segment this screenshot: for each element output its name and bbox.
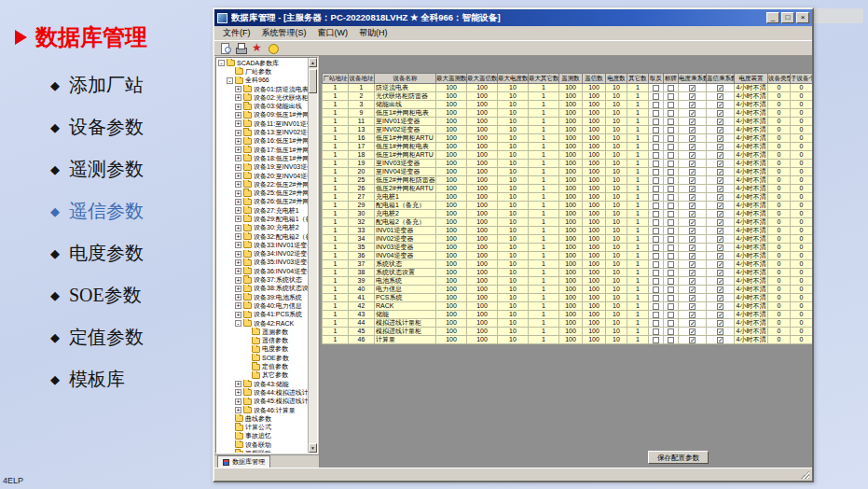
checkbox-cell[interactable]	[649, 269, 664, 277]
checkbox-cell[interactable]	[664, 185, 679, 193]
value-cell[interactable]: 100	[583, 277, 606, 286]
checkbox-cell[interactable]	[649, 202, 664, 210]
value-cell[interactable]: 38	[349, 269, 375, 277]
checked-checkbox[interactable]: ✓	[689, 236, 696, 243]
value-cell[interactable]: 100	[436, 227, 467, 235]
value-cell[interactable]: 10	[606, 176, 627, 185]
value-cell[interactable]: 100	[436, 311, 467, 319]
column-header-5[interactable]: 最大电度数	[498, 74, 529, 84]
collapse-icon[interactable]: -	[227, 77, 233, 84]
checked-checkbox[interactable]: ✓	[689, 228, 696, 234]
checked-checkbox[interactable]: ✓	[689, 278, 696, 285]
value-cell[interactable]: 16	[349, 134, 375, 143]
value-cell[interactable]: 10	[498, 118, 529, 126]
value-cell[interactable]: 0	[791, 168, 813, 176]
device-name-cell[interactable]: 低压2#并网柜防雷器	[375, 176, 436, 185]
value-cell[interactable]: 1	[529, 118, 559, 126]
checked-checkbox[interactable]: ✓	[689, 337, 696, 343]
tree-item[interactable]: +设备17:低压1#并网柜电表	[216, 146, 308, 154]
value-cell[interactable]: 100	[583, 143, 606, 151]
value-cell[interactable]: 100	[467, 151, 498, 160]
value-cell[interactable]: 0	[768, 336, 791, 344]
value-cell[interactable]: 1	[627, 118, 649, 126]
value-cell[interactable]: 100	[436, 126, 467, 134]
column-header-14[interactable]: 遥信乘系数	[707, 74, 735, 84]
checked-checkbox[interactable]: ✓	[717, 320, 723, 327]
value-cell[interactable]: 100	[436, 218, 467, 227]
value-cell[interactable]: 1	[323, 168, 349, 176]
value-cell[interactable]: 10	[498, 160, 529, 168]
value-cell[interactable]: 1	[627, 336, 649, 344]
checkbox-cell[interactable]	[664, 126, 679, 134]
unchecked-checkbox[interactable]	[668, 219, 674, 226]
value-cell[interactable]: 45	[349, 328, 375, 336]
favorite-icon[interactable]: ★	[251, 42, 263, 54]
value-cell[interactable]: 39	[349, 277, 375, 286]
value-cell[interactable]: 1	[627, 244, 649, 252]
value-cell[interactable]: 10	[498, 176, 529, 185]
unchecked-checkbox[interactable]	[668, 270, 674, 276]
value-cell[interactable]: 100	[559, 336, 583, 344]
expand-icon[interactable]: +	[235, 155, 241, 161]
checkbox-cell[interactable]	[649, 244, 664, 252]
value-cell[interactable]: 10	[606, 328, 627, 336]
value-cell[interactable]: 0	[791, 176, 813, 185]
unchecked-checkbox[interactable]	[653, 236, 659, 243]
expand-icon[interactable]: +	[235, 225, 241, 231]
checkbox-cell[interactable]: ✓	[679, 311, 707, 319]
checkbox-cell[interactable]	[664, 319, 679, 328]
expand-icon[interactable]: +	[235, 120, 241, 127]
checkbox-cell[interactable]: ✓	[707, 244, 735, 252]
device-name-cell[interactable]: 至INV04逆变器	[375, 168, 436, 176]
value-cell[interactable]: 1	[627, 277, 649, 286]
value-cell[interactable]: 13	[349, 126, 375, 134]
value-cell[interactable]: 17	[349, 143, 375, 151]
value-cell[interactable]: 1	[627, 319, 649, 328]
value-cell[interactable]: 4小时不清	[735, 244, 768, 252]
value-cell[interactable]: 1	[323, 134, 349, 143]
expand-icon[interactable]: +	[235, 216, 241, 222]
value-cell[interactable]: 1	[529, 101, 559, 109]
value-cell[interactable]: 100	[583, 286, 606, 294]
value-cell[interactable]: 100	[559, 311, 583, 319]
tree-item[interactable]: 视频联动	[216, 449, 308, 453]
checkbox-cell[interactable]: ✓	[707, 143, 735, 151]
value-cell[interactable]: 100	[467, 168, 498, 176]
unchecked-checkbox[interactable]	[653, 135, 659, 142]
value-cell[interactable]: 100	[559, 210, 583, 218]
checkbox-cell[interactable]: ✓	[707, 311, 735, 319]
checkbox-cell[interactable]: ✓	[679, 185, 707, 193]
value-cell[interactable]: 1	[627, 126, 649, 134]
value-cell[interactable]: 100	[559, 151, 583, 160]
device-name-cell[interactable]: INV02逆变器	[375, 235, 436, 244]
value-cell[interactable]: 4小时不清	[735, 202, 768, 210]
value-cell[interactable]: 1	[529, 244, 559, 252]
tree-item[interactable]: 遥测参数	[216, 328, 308, 336]
value-cell[interactable]: 0	[791, 319, 813, 328]
value-cell[interactable]: 1	[323, 235, 349, 244]
checked-checkbox[interactable]: ✓	[689, 102, 696, 108]
print-icon[interactable]	[235, 42, 247, 54]
tree-item[interactable]: +设备20:至INV04逆变器	[216, 172, 308, 180]
checkbox-cell[interactable]: ✓	[679, 244, 707, 252]
unchecked-checkbox[interactable]	[668, 85, 674, 91]
value-cell[interactable]: 100	[559, 160, 583, 168]
checkbox-cell[interactable]: ✓	[707, 336, 735, 344]
value-cell[interactable]: 100	[436, 210, 467, 218]
tree-item[interactable]: +设备11:至INV01逆变器	[216, 119, 308, 128]
checkbox-cell[interactable]: ✓	[707, 277, 735, 286]
value-cell[interactable]: 1	[627, 92, 649, 101]
value-cell[interactable]: 10	[606, 118, 627, 126]
value-cell[interactable]: 100	[467, 202, 498, 210]
value-cell[interactable]: 25	[349, 176, 375, 185]
unchecked-checkbox[interactable]	[653, 303, 659, 310]
checkbox-cell[interactable]	[649, 193, 664, 202]
value-cell[interactable]: 100	[467, 101, 498, 109]
checked-checkbox[interactable]: ✓	[689, 169, 696, 175]
value-cell[interactable]: 1	[627, 286, 649, 294]
checked-checkbox[interactable]: ✓	[717, 186, 723, 192]
device-name-cell[interactable]: 系统状态设置	[375, 269, 436, 277]
expand-icon[interactable]: +	[235, 268, 241, 274]
unchecked-checkbox[interactable]	[668, 228, 674, 234]
value-cell[interactable]: 1	[323, 302, 349, 311]
